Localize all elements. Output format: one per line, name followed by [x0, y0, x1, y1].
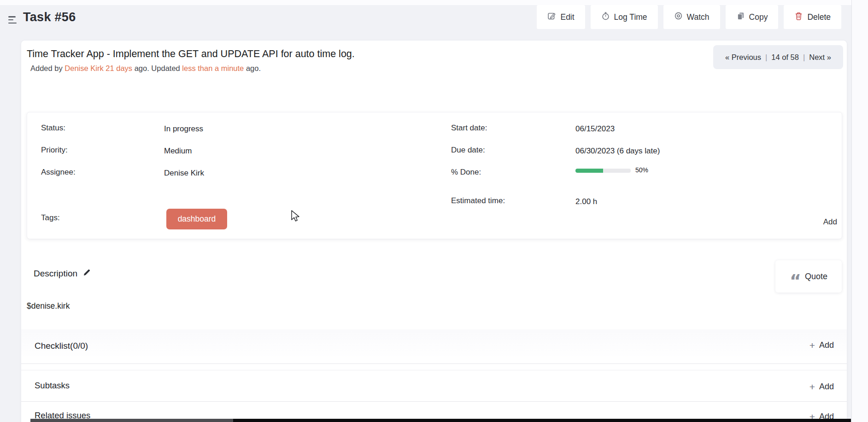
quote-button-label: Quote	[805, 272, 827, 281]
subtasks-section: Subtasks + Add	[21, 370, 847, 402]
task-card: Time Tracker App - Implement the GET and…	[21, 41, 847, 422]
meta-suffix: ago.	[246, 64, 261, 72]
estimated-time-value: 2.00 h	[575, 196, 597, 207]
done-percent-value: 50%	[635, 166, 648, 174]
subtasks-add-label: Add	[819, 382, 834, 392]
due-date-value: 06/30/2023 (6 days late)	[575, 146, 660, 157]
meta-middle: ago. Updated	[135, 64, 180, 72]
done-label: % Done:	[451, 167, 481, 178]
log-time-button[interactable]: Log Time	[591, 5, 658, 29]
status-label: Status:	[41, 123, 65, 134]
log-time-button-label: Log Time	[614, 12, 647, 22]
details-panel: Status: In progress Priority: Medium Ass…	[27, 112, 842, 239]
edit-button[interactable]: Edit	[537, 5, 585, 29]
pagination-separator: |	[803, 53, 805, 62]
done-progress-bar	[575, 169, 631, 173]
subtasks-title: Subtasks	[35, 381, 70, 391]
details-add-link[interactable]: Add	[823, 217, 837, 227]
page-header: Task #56 Edit Log Time Watch	[0, 5, 868, 35]
pagination-separator: |	[765, 53, 767, 62]
checklist-add-button[interactable]: + Add	[809, 340, 834, 350]
quote-button[interactable]: “ Quote	[775, 260, 842, 293]
description-body: $denise.kirk	[27, 301, 70, 311]
description-header: Description	[34, 269, 91, 279]
delete-button-label: Delete	[807, 12, 831, 22]
plus-icon: +	[809, 383, 815, 391]
watch-button[interactable]: Watch	[663, 5, 720, 29]
meta-prefix: Added by	[30, 64, 63, 72]
priority-label: Priority:	[41, 145, 68, 156]
author-link[interactable]: Denise Kirk 21 days	[65, 64, 132, 72]
next-link[interactable]: Next »	[809, 53, 831, 62]
edit-icon	[547, 12, 556, 23]
tags-label: Tags:	[41, 212, 60, 223]
bottom-bar-thumb[interactable]	[30, 419, 233, 422]
copy-button-label: Copy	[749, 12, 768, 22]
copy-icon	[736, 12, 745, 23]
edit-button-label: Edit	[560, 12, 574, 22]
edit-description-pencil-icon[interactable]	[83, 269, 91, 279]
checklist-section: Checklist(0/0) + Add	[21, 329, 847, 364]
page-title: Task #56	[23, 10, 76, 24]
description-heading: Description	[34, 269, 77, 279]
start-date-value: 06/15/2023	[575, 123, 615, 135]
pagination-position: 14 of 58	[771, 53, 799, 62]
estimated-time-label: Estimated time:	[451, 195, 505, 206]
top-strip	[0, 0, 868, 5]
task-meta: Added by Denise Kirk 21 days ago. Update…	[30, 64, 261, 73]
checklist-title: Checklist(0/0)	[35, 341, 88, 351]
copy-button[interactable]: Copy	[726, 5, 779, 29]
priority-value: Medium	[164, 146, 192, 157]
watch-button-label: Watch	[687, 12, 710, 22]
header-actions: Edit Log Time Watch Copy	[537, 5, 841, 29]
due-date-label: Due date:	[451, 145, 485, 156]
stopwatch-icon	[601, 12, 610, 23]
assignee-label: Assignee:	[41, 167, 76, 178]
assignee-link[interactable]: Denise Kirk	[164, 168, 204, 179]
delete-button[interactable]: Delete	[784, 5, 841, 29]
done-progress-fill	[575, 169, 603, 173]
trash-icon	[794, 12, 803, 23]
right-scroll-strip[interactable]	[851, 0, 868, 422]
bottom-bar-track[interactable]	[233, 419, 851, 422]
subtasks-add-button[interactable]: + Add	[809, 382, 834, 392]
previous-link[interactable]: « Previous	[725, 53, 761, 62]
watch-eye-icon	[674, 12, 683, 23]
menu-icon[interactable]	[8, 16, 18, 24]
start-date-label: Start date:	[451, 123, 487, 134]
tag-dashboard[interactable]: dashboard	[166, 209, 227, 229]
updated-link[interactable]: less than a minute	[182, 64, 244, 72]
status-value: In progress	[164, 123, 203, 135]
quote-icon: “	[790, 276, 801, 285]
plus-icon: +	[809, 341, 815, 350]
checklist-add-label: Add	[819, 340, 834, 350]
issue-pagination: « Previous | 14 of 58 | Next »	[713, 45, 843, 69]
task-detail-page: Task #56 Edit Log Time Watch	[0, 0, 868, 422]
task-title: Time Tracker App - Implement the GET and…	[27, 48, 355, 60]
